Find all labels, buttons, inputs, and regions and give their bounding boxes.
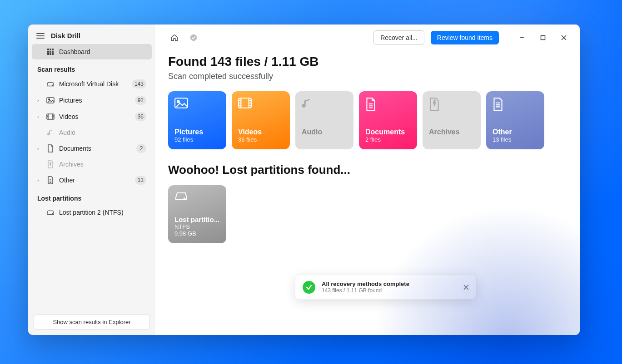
status-check-icon[interactable] [187,31,200,44]
nav-other-count: 13 [135,176,146,185]
svg-point-13 [52,213,53,214]
archive-icon [429,98,442,110]
toast-notification: All recovery methods complete 143 files … [295,275,477,300]
nav-other[interactable]: › Other 13 [32,172,152,188]
nav-dashboard-label: Dashboard [59,48,146,55]
svg-line-23 [464,285,468,290]
svg-point-20 [177,101,179,103]
window-controls [512,30,574,45]
nav-videos-count: 36 [135,112,146,121]
music-icon [302,98,314,110]
tile-archives-title: Archives [429,128,474,136]
tile-videos-sub: 36 files [238,136,284,143]
svg-rect-8 [52,53,54,55]
nav-audio[interactable]: Audio [32,125,152,140]
chevron-right-icon: › [37,98,42,103]
nav-archives[interactable]: Archives [32,157,152,172]
nav-lost-partition[interactable]: Lost partition 2 (NTFS) [32,205,152,220]
tile-other-sub: 13 files [493,136,538,143]
nav-disk[interactable]: Microsoft Virtual Disk 143 [32,76,152,92]
tile-audio-title: Audio [302,128,347,136]
archive-icon [46,160,55,168]
partition-title: Lost partitio... [174,216,220,223]
partitions-heading: Woohoo! Lost partitions found... [168,163,580,177]
tile-archives-sub: — [429,136,474,143]
results-subheading: Scan completed successfully [168,72,580,81]
app-window: Disk Drill Dashboard Scan results Micros… [28,25,580,335]
nav-audio-label: Audio [59,129,146,136]
svg-point-14 [190,34,197,41]
recover-all-button[interactable]: Recover all... [373,30,424,45]
tile-documents[interactable]: Documents 2 files [359,91,417,149]
file-icon [493,98,505,110]
nav-dashboard[interactable]: Dashboard [32,44,152,59]
maximize-button[interactable] [532,30,553,45]
nav-documents[interactable]: › Documents 2 [32,140,152,157]
music-icon [46,128,55,137]
partition-size: 9.98 GB [174,230,220,237]
svg-rect-4 [50,51,51,53]
tile-audio: Audio — [295,91,353,149]
disk-icon [46,208,55,216]
menu-icon[interactable] [36,33,45,39]
tile-videos-title: Videos [238,128,284,136]
toast-subtitle: 143 files / 1.11 GB found [322,287,409,294]
minimize-button[interactable] [512,30,532,45]
svg-rect-6 [47,53,49,55]
chevron-right-icon: › [37,177,42,183]
show-in-explorer-button[interactable]: Show scan results in Explorer [34,315,150,330]
tile-lost-partition[interactable]: Lost partitio... NTFS 9.98 GB [168,185,226,243]
tile-pictures-sub: 92 files [174,136,220,143]
disk-icon [174,192,220,201]
section-lost-partitions: Lost partitions [28,188,155,205]
tile-documents-title: Documents [365,128,411,136]
svg-rect-0 [47,49,49,50]
image-icon [174,98,187,110]
nav-documents-label: Documents [59,145,132,152]
svg-rect-7 [50,53,51,55]
file-icon [46,176,55,184]
nav-documents-count: 2 [136,144,146,153]
sidebar-footer: Show scan results in Explorer [28,309,155,335]
tile-pictures-title: Pictures [174,128,220,136]
image-icon [46,96,55,104]
tile-documents-sub: 2 files [365,136,411,143]
category-tiles: Pictures 92 files Videos 36 files Au [168,91,580,149]
nav-disk-label: Microsoft Virtual Disk [59,80,127,88]
disk-icon [46,80,55,88]
nav-pictures-label: Pictures [59,97,130,104]
svg-point-11 [49,99,50,100]
sidebar-header: Disk Drill [28,25,155,44]
tile-audio-sub: — [302,136,347,143]
document-icon [46,144,55,152]
svg-point-22 [184,198,185,199]
toast-close-icon[interactable] [463,285,469,290]
tile-archives: Archives — [423,91,481,149]
chevron-right-icon: › [37,114,42,119]
nav-pictures-count: 92 [135,96,146,105]
close-button[interactable] [553,30,574,45]
app-title: Disk Drill [51,32,80,39]
tile-pictures[interactable]: Pictures 92 files [168,91,226,149]
nav-videos[interactable]: › Videos 36 [32,108,152,125]
svg-rect-16 [541,36,545,40]
tile-other[interactable]: Other 13 files [486,91,544,149]
home-icon[interactable] [168,31,181,44]
nav-pictures[interactable]: › Pictures 92 [32,92,152,108]
nav-archives-label: Archives [59,161,146,168]
partition-fs: NTFS [174,223,220,230]
nav-other-label: Other [59,177,130,184]
results-heading: Found 143 files / 1.11 GB [168,54,580,69]
chevron-right-icon: › [37,146,42,151]
svg-rect-1 [50,49,51,50]
svg-rect-2 [52,49,54,50]
tile-videos[interactable]: Videos 36 files [232,91,290,149]
svg-rect-3 [47,51,49,53]
svg-rect-5 [52,51,54,53]
main-panel: Recover all... Review found items Found … [155,25,580,335]
film-icon [46,113,55,121]
document-icon [365,98,378,110]
svg-line-24 [464,285,468,290]
review-found-items-button[interactable]: Review found items [431,31,499,44]
section-scan-results: Scan results [28,59,155,76]
